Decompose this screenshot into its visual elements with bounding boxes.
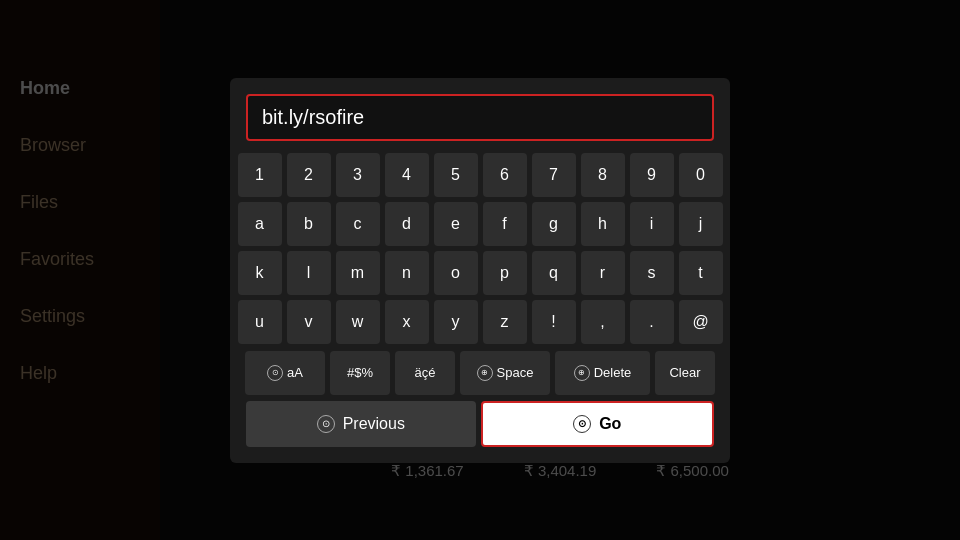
key-c[interactable]: c [336,202,380,246]
previous-icon: ⊙ [317,415,335,433]
previous-button[interactable]: ⊙ Previous [246,401,476,447]
key-clear[interactable]: Clear [655,351,715,395]
key-h[interactable]: h [581,202,625,246]
key-l[interactable]: l [287,251,331,295]
url-input[interactable] [248,96,712,139]
key-n[interactable]: n [385,251,429,295]
key-2[interactable]: 2 [287,153,331,197]
key-at[interactable]: @ [679,300,723,344]
key-e[interactable]: e [434,202,478,246]
key-t[interactable]: t [679,251,723,295]
key-u[interactable]: u [238,300,282,344]
keyboard-overlay: 1 2 3 4 5 6 7 8 9 0 a b c d e f g h [0,0,960,540]
key-space[interactable]: ⊕Space [460,351,550,395]
row-kt: k l m n o p q r s t [246,251,714,295]
key-comma[interactable]: , [581,300,625,344]
key-o[interactable]: o [434,251,478,295]
key-symbols[interactable]: #$% [330,351,390,395]
key-y[interactable]: y [434,300,478,344]
keyboard-dialog: 1 2 3 4 5 6 7 8 9 0 a b c d e f g h [230,78,730,463]
key-5[interactable]: 5 [434,153,478,197]
go-label: Go [599,415,621,433]
key-accents[interactable]: äçé [395,351,455,395]
special-row: ⊙aA #$% äçé ⊕Space ⊕Delete Clear [246,351,714,395]
key-j[interactable]: j [679,202,723,246]
key-4[interactable]: 4 [385,153,429,197]
key-period[interactable]: . [630,300,674,344]
previous-label: Previous [343,415,405,433]
key-z[interactable]: z [483,300,527,344]
key-7[interactable]: 7 [532,153,576,197]
row-aj: a b c d e f g h i j [246,202,714,246]
key-x[interactable]: x [385,300,429,344]
key-3[interactable]: 3 [336,153,380,197]
url-input-container[interactable] [246,94,714,141]
row-uz: u v w x y z ! , . @ [246,300,714,344]
key-0[interactable]: 0 [679,153,723,197]
key-6[interactable]: 6 [483,153,527,197]
key-exclaim[interactable]: ! [532,300,576,344]
key-9[interactable]: 9 [630,153,674,197]
key-p[interactable]: p [483,251,527,295]
key-v[interactable]: v [287,300,331,344]
go-icon: ⊙ [573,415,591,433]
key-f[interactable]: f [483,202,527,246]
key-case[interactable]: ⊙aA [245,351,325,395]
key-1[interactable]: 1 [238,153,282,197]
key-b[interactable]: b [287,202,331,246]
key-m[interactable]: m [336,251,380,295]
key-a[interactable]: a [238,202,282,246]
key-s[interactable]: s [630,251,674,295]
key-q[interactable]: q [532,251,576,295]
key-8[interactable]: 8 [581,153,625,197]
key-k[interactable]: k [238,251,282,295]
key-w[interactable]: w [336,300,380,344]
go-button[interactable]: ⊙ Go [481,401,715,447]
key-r[interactable]: r [581,251,625,295]
keyboard: 1 2 3 4 5 6 7 8 9 0 a b c d e f g h [246,153,714,395]
key-g[interactable]: g [532,202,576,246]
key-d[interactable]: d [385,202,429,246]
numbers-row: 1 2 3 4 5 6 7 8 9 0 [246,153,714,197]
action-row: ⊙ Previous ⊙ Go [246,401,714,447]
key-delete[interactable]: ⊕Delete [555,351,650,395]
key-i[interactable]: i [630,202,674,246]
